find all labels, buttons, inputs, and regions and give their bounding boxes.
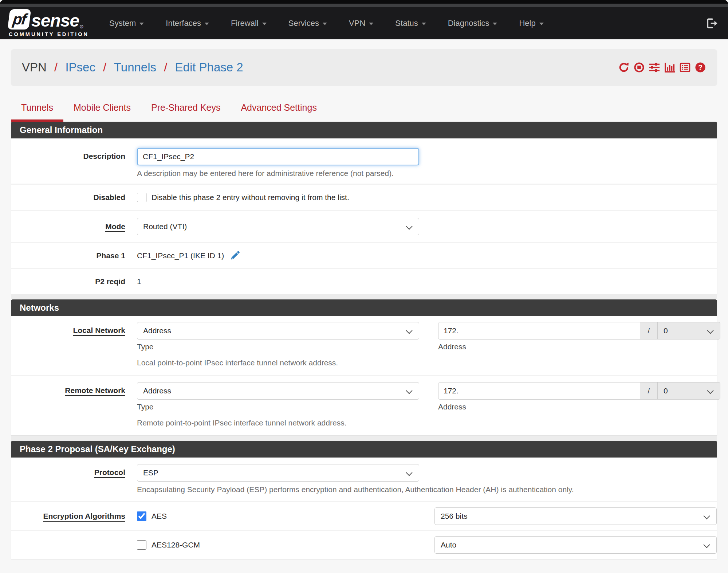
breadcrumb-link-edit-phase-2[interactable]: Edit Phase 2	[175, 60, 243, 74]
phase1-label: Phase 1	[11, 251, 137, 260]
chevron-down-icon	[369, 23, 373, 25]
phase1-value: CF1_IPsec_P1 (IKE ID 1)	[137, 251, 224, 260]
page-action-icons: ?	[618, 62, 706, 73]
p2reqid-value: 1	[137, 277, 717, 286]
section-gap	[11, 294, 717, 300]
mode-select[interactable]: Routed (VTI)	[137, 218, 419, 235]
menu-diagnostics[interactable]: Diagnostics	[437, 19, 508, 28]
section-title: Networks	[11, 299, 717, 316]
menu-status[interactable]: Status	[384, 19, 437, 28]
protocol-row: Protocol ESP Encapsulating Security Payl…	[11, 458, 717, 502]
encryption-algorithms-label: Encryption Algorithms	[43, 512, 125, 522]
remote-network-row: Remote Network Address / 0 Type Address …	[11, 376, 717, 435]
disabled-label: Disabled	[11, 193, 137, 202]
p2reqid-row: P2 reqid 1	[11, 269, 717, 294]
chevron-down-icon	[493, 23, 497, 25]
pfsense-logo[interactable]: pf sense ® COMMUNITY EDITION	[9, 9, 89, 37]
aes-keylen-select[interactable]: 256 bits	[434, 507, 717, 525]
remote-network-type-select[interactable]: Address	[137, 382, 419, 400]
tab-advanced-settings[interactable]: Advanced Settings	[231, 99, 327, 122]
stop-circle-icon[interactable]	[633, 62, 645, 73]
chart-bar-icon[interactable]	[664, 62, 676, 73]
encryption-row-aes: Encryption Algorithms AES 256 bits	[11, 502, 717, 531]
aes-checkbox[interactable]	[137, 511, 146, 521]
section-title: General Information	[11, 122, 717, 138]
local-network-address-input[interactable]	[438, 322, 640, 340]
logo-registered-mark: ®	[80, 24, 83, 30]
address-caption: Address	[438, 342, 720, 351]
main-menu: System Interfaces Firewall Services VPN …	[98, 19, 555, 28]
description-help: A description may be entered here for ad…	[137, 169, 717, 178]
mask-separator: /	[640, 322, 658, 340]
mode-row: Mode Routed (VTI)	[11, 211, 717, 243]
general-information-section: General Information Description A descri…	[11, 122, 717, 294]
protocol-select[interactable]: ESP	[137, 464, 419, 482]
phase1-row: Phase 1 CF1_IPsec_P1 (IKE ID 1)	[11, 243, 717, 269]
chevron-down-icon	[205, 23, 209, 25]
disabled-checkbox[interactable]	[137, 193, 146, 202]
description-row: Description A description may be entered…	[11, 138, 717, 185]
window-top-bar	[0, 0, 728, 4]
chevron-down-icon	[422, 23, 426, 25]
chevron-down-icon	[262, 23, 267, 25]
menu-services[interactable]: Services	[278, 19, 338, 28]
disabled-checkbox-label: Disable this phase 2 entry without remov…	[151, 193, 349, 202]
window-strip	[0, 4, 728, 7]
local-network-mask-select[interactable]: 0	[658, 322, 720, 340]
remote-network-help: Remote point-to-point IPsec interface tu…	[137, 419, 720, 427]
breadcrumb-separator: /	[164, 60, 167, 74]
tab-mobile-clients[interactable]: Mobile Clients	[63, 99, 141, 122]
disabled-row: Disabled Disable this phase 2 entry with…	[11, 185, 717, 211]
aes128gcm-checkbox-label: AES128-GCM	[151, 541, 200, 549]
description-input[interactable]	[137, 148, 419, 165]
help-icon[interactable]: ?	[694, 62, 706, 73]
chevron-down-icon	[323, 23, 327, 25]
breadcrumb-link-ipsec[interactable]: IPsec	[65, 60, 95, 74]
breadcrumb-link-tunnels[interactable]: Tunnels	[114, 60, 156, 74]
menu-vpn[interactable]: VPN	[338, 19, 384, 28]
aes128gcm-keylen-select[interactable]: Auto	[434, 536, 717, 554]
protocol-help: Encapsulating Security Payload (ESP) per…	[137, 485, 717, 494]
chevron-down-icon	[139, 23, 144, 25]
menu-help[interactable]: Help	[508, 19, 554, 28]
breadcrumb-panel: VPN / IPsec / Tunnels / Edit Phase 2	[11, 49, 717, 86]
aes128gcm-checkbox[interactable]	[137, 540, 146, 550]
logo-edition-text: COMMUNITY EDITION	[9, 31, 89, 37]
tab-bar: Tunnels Mobile Clients Pre-Shared Keys A…	[11, 99, 717, 122]
aes-checkbox-label: AES	[151, 512, 167, 521]
type-caption: Type	[137, 403, 419, 411]
logo-pf-text: pf	[12, 11, 27, 28]
remote-network-mask-select[interactable]: 0	[658, 382, 720, 400]
pencil-icon[interactable]	[230, 250, 240, 261]
breadcrumb-separator: /	[103, 60, 106, 74]
mode-label: Mode	[105, 222, 125, 232]
breadcrumb-root: VPN	[22, 60, 47, 74]
type-caption: Type	[137, 342, 419, 351]
logout-icon[interactable]	[706, 17, 718, 29]
refresh-icon[interactable]	[618, 62, 630, 73]
menu-interfaces[interactable]: Interfaces	[155, 19, 220, 28]
protocol-label: Protocol	[94, 468, 125, 478]
remote-network-address-input[interactable]	[438, 382, 640, 400]
section-gap	[11, 436, 717, 441]
breadcrumb: VPN / IPsec / Tunnels / Edit Phase 2	[22, 60, 243, 74]
mask-separator: /	[640, 382, 658, 400]
menu-system[interactable]: System	[98, 19, 155, 28]
local-network-help: Local point-to-point IPsec interface tun…	[137, 358, 720, 367]
phase2-proposal-section: Phase 2 Proposal (SA/Key Exchange) Proto…	[11, 441, 717, 559]
breadcrumb-separator: /	[54, 60, 58, 74]
local-network-row: Local Network Address / 0 Type Address L…	[11, 316, 717, 376]
tab-pre-shared-keys[interactable]: Pre-Shared Keys	[141, 99, 231, 122]
log-icon[interactable]	[679, 62, 691, 73]
local-network-type-select[interactable]: Address	[137, 322, 419, 340]
svg-text:?: ?	[698, 64, 703, 71]
top-navbar: pf sense ® COMMUNITY EDITION System Inte…	[0, 7, 728, 39]
pf-logo-box: pf	[8, 9, 31, 30]
chevron-down-icon	[539, 23, 544, 25]
p2reqid-label: P2 reqid	[11, 277, 137, 286]
menu-firewall[interactable]: Firewall	[220, 19, 278, 28]
sliders-icon[interactable]	[649, 62, 660, 73]
remote-network-label: Remote Network	[65, 386, 125, 396]
tab-tunnels[interactable]: Tunnels	[11, 99, 63, 122]
networks-section: Networks Local Network Address / 0 Type …	[11, 299, 717, 436]
